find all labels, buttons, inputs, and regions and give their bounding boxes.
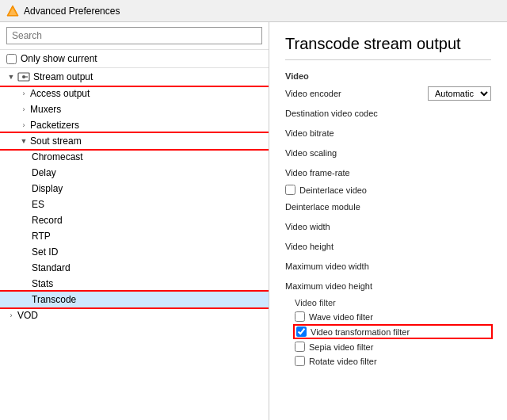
vlc-icon xyxy=(6,5,19,17)
tree-item-es-label: ES xyxy=(32,199,44,210)
prop-row-video-width: Video width xyxy=(285,219,491,235)
chevron-right-icon: › xyxy=(19,120,29,130)
video-scaling-label: Video scaling xyxy=(285,148,491,158)
video-filter-section: Video filter Wave video filter Video tra… xyxy=(285,298,491,366)
prop-row-video-encoder: Video encoder Automatic xyxy=(285,86,491,101)
stream-output-icon xyxy=(17,71,30,83)
tree-item-rtp-label: RTP xyxy=(32,231,51,242)
tree-item-setid-label: Set ID xyxy=(32,246,58,258)
video-height-label: Video height xyxy=(285,242,491,251)
deinterlace-video-row: Deinterlace video xyxy=(285,185,491,195)
tree-item-access-output[interactable]: › Access output xyxy=(0,86,269,101)
page-title: Transcode stream output xyxy=(285,35,491,60)
chevron-right-icon: › xyxy=(19,105,29,114)
rotate-video-filter-checkbox[interactable] xyxy=(295,356,305,366)
tree-item-chromecast-label: Chromecast xyxy=(32,151,83,162)
tree-item-transcode[interactable]: Transcode xyxy=(0,292,269,307)
sepia-video-filter-label: Sepia video filter xyxy=(309,342,373,352)
video-encoder-dropdown[interactable]: Automatic xyxy=(428,86,491,101)
wave-video-filter-row: Wave video filter xyxy=(295,311,491,322)
tree-item-vod-label: VOD xyxy=(17,310,38,321)
max-video-height-label: Maximum video height xyxy=(285,281,491,291)
max-video-width-label: Maximum video width xyxy=(285,262,491,271)
wave-video-filter-label: Wave video filter xyxy=(309,312,373,322)
video-width-label: Video width xyxy=(285,222,491,231)
only-show-current-checkbox[interactable] xyxy=(6,54,17,64)
tree-item-standard[interactable]: Standard xyxy=(0,260,269,276)
prop-row-deinterlace-module: Deinterlace module xyxy=(285,199,491,215)
tree-item-setid[interactable]: Set ID xyxy=(0,244,269,260)
tree-item-display-label: Display xyxy=(32,183,63,194)
prop-row-video-framerate: Video frame-rate xyxy=(285,165,491,181)
dest-codec-label: Destination video codec xyxy=(285,109,491,118)
chevron-down-icon: ▼ xyxy=(19,136,29,146)
tree-item-delay-label: Delay xyxy=(32,167,56,178)
chevron-right-icon: › xyxy=(19,89,29,98)
wave-video-filter-checkbox[interactable] xyxy=(295,311,305,322)
tree-item-rtp[interactable]: RTP xyxy=(0,228,269,244)
chevron-right-icon: › xyxy=(6,311,16,320)
main-container: Only show current ▼ Stream output › Acce… xyxy=(0,22,507,420)
tree-item-stream-output[interactable]: ▼ Stream output xyxy=(0,68,269,86)
prop-row-video-bitrate: Video bitrate xyxy=(285,125,491,141)
sepia-video-filter-checkbox[interactable] xyxy=(295,342,305,352)
tree-item-packetizers[interactable]: › Packetizers xyxy=(0,117,269,133)
tree-item-standard-label: Standard xyxy=(32,262,71,273)
video-transform-filter-checkbox[interactable] xyxy=(296,326,307,337)
tree-item-delay[interactable]: Delay xyxy=(0,165,269,181)
section-video-label: Video xyxy=(285,71,491,81)
search-box xyxy=(0,22,269,50)
tree-item-access-output-label: Access output xyxy=(30,88,90,99)
video-filter-label: Video filter xyxy=(295,298,491,307)
tree-item-transcode-label: Transcode xyxy=(32,294,76,305)
left-panel: Only show current ▼ Stream output › Acce… xyxy=(0,22,269,420)
tree-item-es[interactable]: ES xyxy=(0,197,269,212)
tree-item-stats-label: Stats xyxy=(32,278,53,289)
chevron-down-icon: ▼ xyxy=(6,72,16,82)
prop-row-max-video-height: Maximum video height xyxy=(285,278,491,294)
title-bar: Advanced Preferences xyxy=(0,0,507,22)
tree-item-stats[interactable]: Stats xyxy=(0,276,269,292)
only-show-current-row: Only show current xyxy=(0,50,269,68)
rotate-video-filter-label: Rotate video filter xyxy=(309,357,377,366)
tree-item-sout-stream[interactable]: ▼ Sout stream xyxy=(0,133,269,149)
tree-item-record[interactable]: Record xyxy=(0,212,269,228)
prop-row-video-height: Video height xyxy=(285,239,491,254)
prop-row-video-scaling: Video scaling xyxy=(285,145,491,161)
tree-item-sout-stream-label: Sout stream xyxy=(30,136,82,147)
title-bar-text: Advanced Preferences xyxy=(24,6,120,17)
prop-row-dest-codec: Destination video codec xyxy=(285,105,491,121)
right-panel: Transcode stream output Video Video enco… xyxy=(269,22,507,420)
deinterlace-video-label: Deinterlace video xyxy=(299,185,367,195)
tree-item-vod[interactable]: › VOD xyxy=(0,307,269,323)
sepia-video-filter-row: Sepia video filter xyxy=(295,342,491,352)
only-show-current-label: Only show current xyxy=(21,53,97,64)
video-encoder-label: Video encoder xyxy=(285,89,428,98)
video-framerate-label: Video frame-rate xyxy=(285,168,491,178)
tree-item-stream-output-label: Stream output xyxy=(33,71,93,82)
video-bitrate-label: Video bitrate xyxy=(285,128,491,138)
deinterlace-video-checkbox[interactable] xyxy=(285,185,295,195)
video-transform-filter-label: Video transformation filter xyxy=(311,327,410,337)
search-input[interactable] xyxy=(6,27,262,44)
prop-row-max-video-width: Maximum video width xyxy=(285,258,491,274)
tree-item-muxers-label: Muxers xyxy=(30,104,61,115)
rotate-video-filter-row: Rotate video filter xyxy=(295,356,491,366)
tree-item-muxers[interactable]: › Muxers xyxy=(0,101,269,117)
tree-item-chromecast[interactable]: Chromecast xyxy=(0,149,269,165)
video-transform-filter-row: Video transformation filter xyxy=(295,326,491,338)
tree-item-packetizers-label: Packetizers xyxy=(30,120,79,131)
tree-item-display[interactable]: Display xyxy=(0,181,269,197)
deinterlace-module-label: Deinterlace module xyxy=(285,202,491,212)
tree-item-record-label: Record xyxy=(32,215,63,226)
tree-container: ▼ Stream output › Access output › Mux xyxy=(0,68,269,420)
